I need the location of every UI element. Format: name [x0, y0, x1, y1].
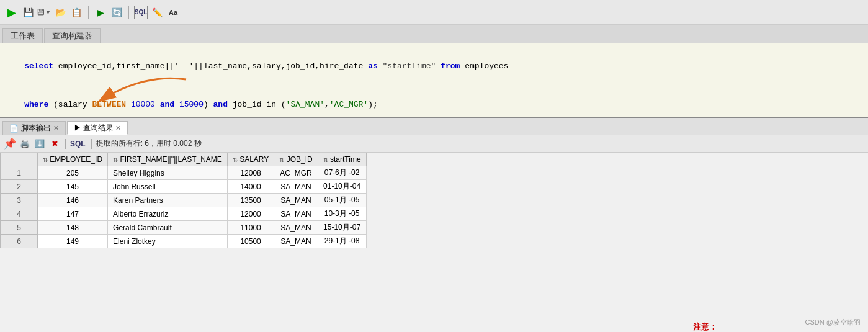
tab-query-result-label: ▶ 查询结果 [74, 123, 113, 133]
note-title: 注意： [693, 320, 818, 332]
row-num: 5 [1, 221, 38, 235]
cell-job-id: SA_MAN [274, 207, 318, 221]
cell-emp-id: 146 [38, 194, 108, 207]
import-button[interactable]: ⬇️ [34, 138, 46, 150]
sql-editor[interactable]: select employee_id,first_name||' '||last… [0, 43, 868, 118]
cell-name: Eleni Zlotkey [108, 235, 228, 248]
tab-worksheet[interactable]: 工作表 [2, 28, 43, 43]
saveas-button[interactable]: ▼ [37, 6, 51, 19]
cell-job-id: SA_MAN [274, 221, 318, 235]
close-result-tab[interactable]: ✕ [115, 124, 121, 132]
sql-button[interactable]: SQL [134, 6, 148, 19]
result-table: ⇅ EMPLOYEE_ID ⇅ FIRST_NAME||''||LAST_NAM… [0, 153, 367, 248]
save-button[interactable]: 💾 [21, 6, 35, 19]
cell-salary: 10500 [227, 235, 274, 248]
cell-salary: 12008 [227, 166, 274, 180]
cell-emp-id: 205 [38, 166, 108, 180]
sep-result [65, 139, 66, 149]
watermark: CSDN @凌空暗羽 [805, 318, 861, 327]
script-icon: 📄 [9, 124, 19, 133]
cell-emp-id: 148 [38, 221, 108, 235]
row-num: 6 [1, 235, 38, 248]
th-start-time[interactable]: ⇅ startTime [318, 153, 366, 166]
table-header-row: ⇅ EMPLOYEE_ID ⇅ FIRST_NAME||''||LAST_NAM… [1, 153, 367, 166]
print-button[interactable]: 🖨️ [19, 138, 31, 150]
table-row: 1 205 Shelley Higgins 12008 AC_MGR 07-6月… [1, 166, 367, 180]
cell-job-id: SA_MAN [274, 194, 318, 207]
result-tab-row: 📄 脚本输出 ✕ ▶ 查询结果 ✕ [0, 118, 868, 135]
cell-name: John Russell [108, 180, 228, 194]
row-num: 2 [1, 180, 38, 194]
cell-job-id: SA_MAN [274, 235, 318, 248]
cell-start: 07-6月 -02 [318, 166, 366, 180]
th-salary[interactable]: ⇅ SALARY [227, 153, 274, 166]
sep2 [128, 6, 129, 19]
pin-button[interactable]: 📌 [4, 138, 16, 150]
table-row: 5 148 Gerald Cambrault 11000 SA_MAN 15-1… [1, 221, 367, 235]
table-row: 6 149 Eleni Zlotkey 10500 SA_MAN 29-1月 -… [1, 235, 367, 248]
font-button[interactable]: Aa [166, 6, 180, 19]
run-file-button[interactable]: ▶ [94, 6, 107, 19]
close-script-tab[interactable]: ✕ [53, 124, 59, 132]
data-table-wrap: ⇅ EMPLOYEE_ID ⇅ FIRST_NAME||''||LAST_NAM… [0, 153, 868, 332]
cell-name: Gerald Cambrault [108, 221, 228, 235]
tab-query-result[interactable]: ▶ 查询结果 ✕ [67, 121, 128, 135]
tab-script-label: 脚本输出 [21, 123, 51, 133]
th-job-id[interactable]: ⇅ JOB_ID [274, 153, 318, 166]
table-row: 2 145 John Russell 14000 SA_MAN 01-10月-0… [1, 180, 367, 194]
refresh-button[interactable]: 🔄 [110, 6, 123, 19]
main-toolbar: ▶ 💾 ▼ 📂 📋 ▶ 🔄 SQL ✏️ Aa [0, 0, 868, 25]
table-row: 4 147 Alberto Errazuriz 12000 SA_MAN 10-… [1, 207, 367, 221]
tab-query-builder[interactable]: 查询构建器 [44, 28, 101, 43]
cell-job-id: AC_MGR [274, 166, 318, 180]
open-button[interactable]: 📂 [53, 6, 67, 19]
cell-salary: 13500 [227, 194, 274, 207]
cell-start: 29-1月 -08 [318, 235, 366, 248]
cell-start: 01-10月-04 [318, 180, 366, 194]
tab-script-output[interactable]: 📄 脚本输出 ✕ [2, 121, 66, 135]
svg-rect-1 [39, 9, 42, 11]
row-num: 4 [1, 207, 38, 221]
cell-emp-id: 145 [38, 180, 108, 194]
sep1 [88, 6, 89, 19]
cell-name: Karen Partners [108, 194, 228, 207]
sql-label: SQL [70, 140, 86, 148]
sep-result2 [91, 139, 92, 149]
bottom-panel: 📄 脚本输出 ✕ ▶ 查询结果 ✕ 📌 🖨️ ⬇️ ✖ SQL 提取的所有行: … [0, 118, 868, 332]
editor-tab-row: 工作表 查询构建器 [0, 25, 868, 43]
th-rownum [1, 153, 38, 166]
cell-start: 05-1月 -05 [318, 194, 366, 207]
th-name[interactable]: ⇅ FIRST_NAME||''||LAST_NAME [108, 153, 228, 166]
cell-salary: 14000 [227, 180, 274, 194]
cell-start: 10-3月 -05 [318, 207, 366, 221]
cell-salary: 12000 [227, 207, 274, 221]
table-row: 3 146 Karen Partners 13500 SA_MAN 05-1月 … [1, 194, 367, 207]
cell-emp-id: 149 [38, 235, 108, 248]
cell-name: Shelley Higgins [108, 166, 228, 180]
cell-salary: 11000 [227, 221, 274, 235]
result-status: 提取的所有行: 6，用时 0.002 秒 [96, 138, 202, 149]
cell-start: 15-10月-07 [318, 221, 366, 235]
arrow-annotation [81, 73, 205, 110]
delete-button[interactable]: ✖ [48, 138, 61, 150]
svg-rect-2 [38, 12, 43, 14]
pencil-button[interactable]: ✏️ [150, 6, 164, 19]
kw-select: select [24, 61, 53, 71]
row-num: 3 [1, 194, 38, 207]
kw-from: from [441, 61, 460, 71]
run-button[interactable]: ▶ [5, 6, 19, 19]
cell-job-id: SA_MAN [274, 180, 318, 194]
cell-name: Alberto Errazuriz [108, 207, 228, 221]
result-toolbar: 📌 🖨️ ⬇️ ✖ SQL 提取的所有行: 6，用时 0.002 秒 [0, 135, 868, 153]
th-employee-id[interactable]: ⇅ EMPLOYEE_ID [38, 153, 108, 166]
kw-where: where [24, 100, 48, 109]
save2-button[interactable]: 📋 [69, 6, 83, 19]
row-num: 1 [1, 166, 38, 180]
cell-emp-id: 147 [38, 207, 108, 221]
note-box: 注意： Navicat中的注释使用的是#或者/**/, Developer中的注… [693, 320, 818, 332]
kw-as: as [368, 61, 378, 71]
